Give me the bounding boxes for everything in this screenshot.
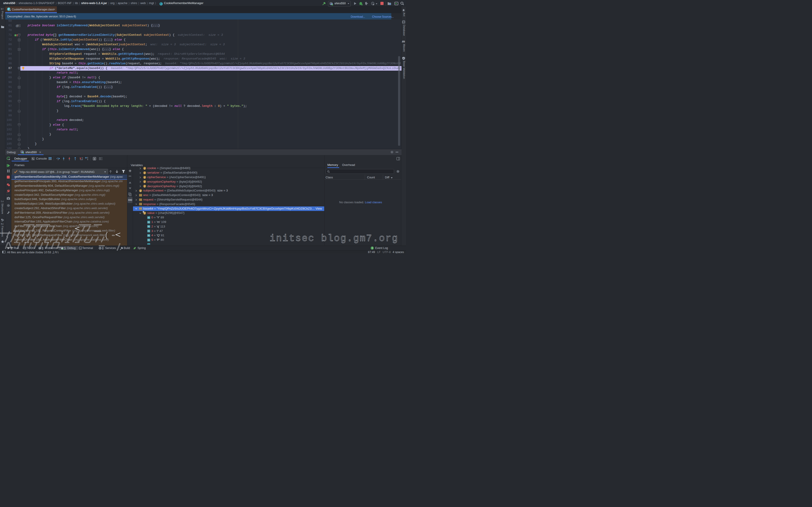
svg-text:I: I xyxy=(15,34,16,37)
